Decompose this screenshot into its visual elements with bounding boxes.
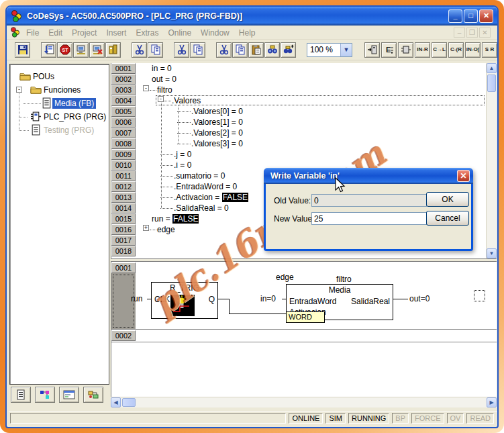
line-number[interactable]: 0011 (111, 171, 136, 181)
line-number[interactable]: 0014 (111, 203, 136, 213)
declaration-row-filtro[interactable]: -filtro (136, 85, 487, 95)
tab-resources[interactable] (83, 387, 103, 403)
scrollbar-thumb[interactable] (487, 75, 496, 92)
edge-instance-label[interactable]: edge (276, 273, 294, 282)
menu-item-edit[interactable]: Edit (44, 28, 67, 38)
line-number[interactable]: 0017 (111, 235, 136, 246)
line-number[interactable]: 0007 (111, 128, 136, 138)
network-number[interactable]: 0001 (111, 262, 136, 273)
line-number[interactable]: 0006 (111, 117, 136, 128)
selection-handle[interactable] (474, 290, 485, 301)
logout-button[interactable] (89, 42, 105, 58)
save-button[interactable] (15, 42, 30, 58)
old-value-input[interactable] (311, 194, 427, 207)
mdi-restore-button[interactable]: ❐ (466, 28, 478, 38)
line-number[interactable]: 0009 (111, 149, 136, 160)
fbd-c-r-button[interactable]: C-(R (448, 42, 464, 58)
insert-network-button[interactable] (364, 42, 380, 58)
line-number[interactable]: 0016 (111, 224, 136, 235)
tab-pous[interactable] (11, 387, 31, 403)
menu-item-help[interactable]: Help (234, 28, 260, 38)
scroll-left-icon[interactable]: ◀ (111, 397, 121, 407)
line-number[interactable]: 0004 (111, 95, 136, 106)
line-number[interactable]: 0008 (111, 138, 136, 149)
media-input-value[interactable]: in=0 (260, 294, 276, 303)
cut-button[interactable] (132, 42, 147, 58)
scroll-down-icon[interactable]: ▼ (487, 248, 497, 258)
line-number[interactable]: 0005 (111, 106, 136, 117)
sidebar-item-testing-prg[interactable]: Testing (PRG) (10, 124, 109, 137)
dialog-title-bar[interactable]: Write Variable 'in' ✕ (264, 168, 473, 184)
copy-button[interactable] (148, 42, 163, 58)
paste-button[interactable] (248, 42, 264, 58)
library-button[interactable] (105, 42, 121, 58)
line-number[interactable]: 0001 (111, 63, 136, 74)
close-button[interactable]: ✕ (479, 9, 493, 23)
menu-item-extras[interactable]: Extras (131, 28, 163, 38)
insert-box-button[interactable] (398, 42, 413, 58)
maximize-button[interactable]: □ (464, 9, 478, 23)
fbd-in-o-button[interactable]: IN-O[ (465, 42, 481, 58)
declaration-row-out[interactable]: out = 0 (136, 74, 487, 85)
edge-input-variable[interactable]: run (131, 294, 142, 303)
media-input1-pin[interactable]: EntradaWord (289, 297, 336, 306)
tab-visualizations[interactable] (59, 387, 79, 403)
menu-item-window[interactable]: Window (196, 28, 234, 38)
sidebar-item-media-fb[interactable]: Media (FB) (10, 97, 109, 110)
copy-button[interactable] (232, 42, 248, 58)
dialog-close-button[interactable]: ✕ (457, 170, 470, 182)
cancel-button[interactable]: Cancel (426, 211, 469, 226)
declaration-row-valores-0[interactable]: .Valores[0] = 0 (136, 106, 487, 117)
mdi-minimize-button[interactable]: – (454, 28, 465, 38)
login-button[interactable] (73, 42, 89, 58)
cut-button[interactable] (174, 42, 189, 58)
find-next-button[interactable] (281, 42, 296, 58)
media-output-pin[interactable]: SalidaReal (351, 297, 390, 306)
fbd-in-r-button[interactable]: IN-R (415, 42, 430, 58)
declaration-row-valores[interactable]: -.Valores (136, 95, 487, 106)
minimize-button[interactable]: _ (448, 9, 462, 23)
media-output-value[interactable]: out=0 (409, 294, 430, 303)
scroll-right-icon[interactable]: ▶ (487, 397, 497, 407)
collapse-icon[interactable]: - (143, 85, 149, 91)
collapse-icon[interactable]: - (158, 96, 164, 102)
scrollbar-thumb[interactable] (122, 398, 136, 407)
declaration-vertical-scrollbar[interactable]: ▲ ▼ (486, 63, 497, 258)
expand-icon[interactable]: + (143, 225, 149, 231)
cut-button[interactable] (216, 42, 232, 58)
menu-item-project[interactable]: Project (67, 28, 101, 38)
rtrig-q-pin[interactable]: Q (209, 295, 215, 304)
line-number[interactable]: 0012 (111, 181, 136, 192)
copy-button[interactable] (190, 42, 205, 58)
menu-item-online[interactable]: Online (163, 28, 196, 38)
rtrig-clk-pin[interactable]: CLK (154, 295, 170, 304)
declaration-row-j[interactable]: .j = 0 (136, 149, 487, 160)
line-number[interactable]: 0015 (111, 213, 136, 224)
line-number[interactable]: 0002 (111, 74, 136, 85)
line-number[interactable]: 0018 (111, 246, 136, 256)
sidebar-item-funciones[interactable]: -Funciones (10, 83, 109, 97)
rtrig-block[interactable]: R_TRIG CLK Q (151, 282, 218, 319)
tab-datatypes[interactable] (35, 387, 55, 403)
line-number[interactable]: 0003 (111, 85, 136, 95)
mdi-close-button[interactable]: ✕ (479, 28, 491, 38)
declaration-row-valores-1[interactable]: .Valores[1] = 0 (136, 117, 487, 128)
declaration-row-valores-3[interactable]: .Valores[3] = 0 (136, 138, 487, 149)
fbd-horizontal-scrollbar[interactable]: ◀ ▶ (111, 397, 497, 407)
line-number[interactable]: 0013 (111, 192, 136, 203)
new-value-input[interactable] (311, 212, 427, 225)
fbd-s-r-button[interactable]: S R (482, 42, 497, 58)
fbd-editor-pane[interactable]: 0001 0002 edge R_TRIG CLK Q run (111, 262, 497, 397)
stop-button[interactable] (57, 42, 72, 58)
menu-item-insert[interactable]: Insert (101, 28, 131, 38)
ok-button[interactable]: OK (426, 192, 469, 207)
declaration-row-in[interactable]: in = 0 (136, 63, 487, 74)
network-number[interactable]: 0002 (111, 330, 136, 341)
menu-item-file[interactable]: File (21, 28, 44, 38)
declaration-row-valores-2[interactable]: .Valores[2] = 0 (136, 128, 487, 138)
insert-assign-button[interactable] (381, 42, 397, 58)
scroll-up-icon[interactable]: ▲ (487, 63, 497, 73)
line-number[interactable]: 0010 (111, 160, 136, 171)
download-button[interactable] (41, 42, 56, 58)
zoom-combobox[interactable]: 100 % ▼ (307, 43, 352, 57)
